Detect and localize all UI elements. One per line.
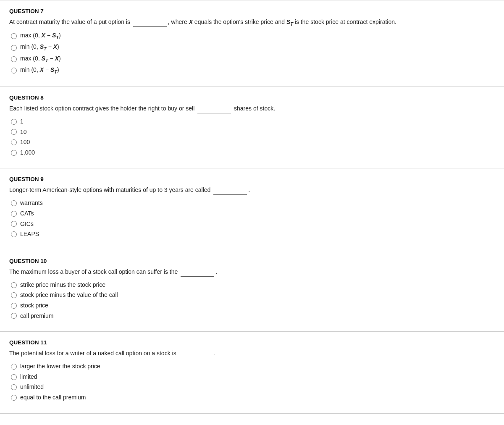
q7-option-b: min (0, ST − X) [11, 43, 495, 52]
question-10-text: The maximum loss a buyer of a stock call… [9, 268, 495, 277]
q8-option-c: 100 [11, 138, 495, 147]
q8-option-b: 10 [11, 128, 495, 136]
question-8-label: QUESTION 8 [9, 94, 495, 101]
q8-radio-d[interactable] [11, 150, 17, 156]
q9-radio-a[interactable] [11, 200, 17, 206]
q10-option-b: stock price minus the value of the call [11, 291, 495, 299]
question-9-label: QUESTION 9 [9, 176, 495, 182]
question-7-options: max (0, X − ST) min (0, ST − X) max (0, … [9, 31, 495, 75]
q7-option-a: max (0, X − ST) [11, 31, 495, 41]
q9-option-d: LEAPS [11, 230, 495, 239]
q8-radio-c[interactable] [11, 139, 17, 145]
q10-radio-c[interactable] [11, 303, 17, 309]
q11-radio-a[interactable] [11, 364, 17, 370]
q10-option-a: strike price minus the stock price [11, 281, 495, 289]
question-10-label: QUESTION 10 [9, 258, 495, 264]
q9-radio-b[interactable] [11, 211, 17, 217]
q11-option-c: unlimited [11, 383, 495, 391]
question-7-text: At contract maturity the value of a put … [9, 18, 495, 27]
q7-radio-b[interactable] [11, 45, 17, 51]
q8-option-a: 1 [11, 118, 495, 126]
question-8-block: QUESTION 8 Each listed stock option cont… [0, 87, 504, 168]
q9-option-a: warrants [11, 199, 495, 207]
q10-radio-b[interactable] [11, 292, 17, 298]
q7-radio-c[interactable] [11, 56, 17, 62]
question-11-text: The potential loss for a writer of a nak… [9, 349, 495, 358]
q10-radio-d[interactable] [11, 313, 17, 319]
q11-radio-b[interactable] [11, 374, 17, 380]
q8-option-d: 1,000 [11, 149, 495, 157]
q7-option-c: max (0, ST − X) [11, 55, 495, 64]
q7-radio-d[interactable] [11, 68, 17, 73]
question-7-label: QUESTION 7 [9, 8, 495, 14]
q9-radio-c[interactable] [11, 221, 17, 227]
question-10-options: strike price minus the stock price stock… [9, 281, 495, 320]
q7-option-d: min (0, X − ST) [11, 66, 495, 75]
question-11-block: QUESTION 11 The potential loss for a wri… [0, 331, 504, 413]
question-11-options: larger the lower the stock price limited… [9, 362, 495, 401]
q9-option-c: GICs [11, 220, 495, 228]
q8-radio-b[interactable] [11, 129, 17, 135]
q8-radio-a[interactable] [11, 119, 17, 125]
q11-option-d: equal to the call premium [11, 394, 495, 402]
q9-radio-d[interactable] [11, 231, 17, 237]
q11-option-a: larger the lower the stock price [11, 362, 495, 371]
q11-radio-c[interactable] [11, 384, 17, 390]
q11-radio-d[interactable] [11, 395, 17, 401]
question-10-block: QUESTION 10 The maximum loss a buyer of … [0, 250, 504, 331]
q10-option-d: call premium [11, 312, 495, 320]
question-8-options: 1 10 100 1,000 [9, 118, 495, 157]
question-7-block: QUESTION 7 At contract maturity the valu… [0, 0, 504, 87]
question-8-text: Each listed stock option contract gives … [9, 104, 495, 113]
question-9-text: Longer-term American-style options with … [9, 186, 495, 195]
q11-option-b: limited [11, 373, 495, 381]
q7-radio-a[interactable] [11, 33, 17, 39]
q10-option-c: stock price [11, 302, 495, 310]
q10-radio-a[interactable] [11, 282, 17, 288]
question-11-label: QUESTION 11 [9, 339, 495, 346]
question-9-options: warrants CATs GICs LEAPS [9, 199, 495, 238]
question-9-block: QUESTION 9 Longer-term American-style op… [0, 168, 504, 249]
q9-option-b: CATs [11, 210, 495, 218]
